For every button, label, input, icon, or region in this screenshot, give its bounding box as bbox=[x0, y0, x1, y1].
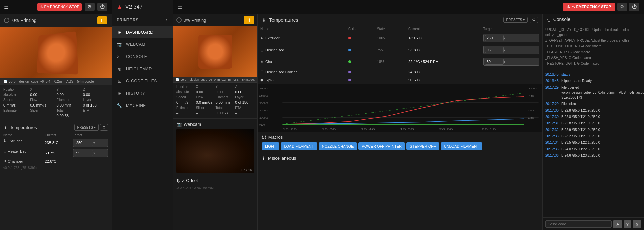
nav-item-gcodefiles[interactable]: ⊡G-CODE FILES bbox=[112, 75, 173, 87]
ps-slicer-val: – bbox=[196, 111, 215, 115]
temp-title-text-left: Temperatures bbox=[10, 125, 37, 130]
temp-target-main-2[interactable]: ▾ bbox=[481, 56, 542, 68]
total-label: Total bbox=[57, 109, 82, 112]
console-text-2: File opened voron_design_cube_v6_0.4n_0.… bbox=[561, 85, 644, 100]
ps-est-values: – – 0:00:53 – bbox=[176, 111, 254, 115]
temp-current-main-2: 22.1°C / 524 RPM bbox=[406, 56, 481, 68]
nav-title: V2.347 bbox=[125, 4, 143, 10]
temp-target-main-1[interactable]: ▾ bbox=[481, 44, 542, 56]
ps-total-label: Total bbox=[216, 106, 235, 110]
nav-items-container: ⊞DASHBOARD📷WEBCAM>_CONSOLE⊕HEIGHTMAP⊡G-C… bbox=[112, 26, 173, 112]
nav-item-history[interactable]: ⊞HISTORY bbox=[112, 87, 173, 99]
pause-button[interactable]: ⏸ bbox=[97, 16, 107, 24]
console-text-11: B:24.6 /95.0 T:23.2 /250.0 bbox=[561, 153, 600, 158]
console-text-3: File selected bbox=[561, 101, 580, 107]
temp-target-input-0[interactable] bbox=[75, 140, 93, 146]
temp-main-table: Name Color State Current Target ⬇ Extrud… bbox=[258, 26, 542, 84]
left-header: ☰ ⚠ EMERGENCY STOP ⚙ ⏻ bbox=[0, 0, 112, 14]
console-timed-msg: 20:16:45Klipper state: Ready bbox=[545, 78, 641, 83]
ps-pos-values: absolute 0.00 0.00 0.00 bbox=[176, 90, 254, 94]
nav-logo: ▲ bbox=[117, 3, 123, 11]
temp-settings-button-left[interactable]: ⚙ bbox=[100, 124, 108, 131]
svg-text:100: 100 bbox=[259, 116, 268, 119]
menu-icon[interactable]: ☰ bbox=[4, 4, 9, 10]
nav-item-console[interactable]: >_CONSOLE bbox=[112, 51, 173, 63]
webcam-image bbox=[176, 129, 254, 173]
temp-target-main-0[interactable]: ▾ bbox=[481, 32, 542, 44]
nav-label-machine: MACHINE bbox=[126, 103, 146, 108]
ps-est-label: Estimate bbox=[176, 106, 195, 110]
print-status-left: 0% Printing bbox=[4, 18, 37, 23]
z-label: Z bbox=[83, 88, 108, 91]
console-text-6: B:22.8 /95.0 T:21.9 /250.0 bbox=[561, 121, 600, 126]
presets-button-left[interactable]: PRESETS ▾ bbox=[74, 124, 99, 131]
macro-button-5[interactable]: UNLOAD FILAMENT bbox=[441, 142, 482, 150]
presets-button-main[interactable]: PRESETS ▾ bbox=[503, 17, 528, 23]
main-hamburger[interactable]: ☰ bbox=[178, 4, 182, 10]
left-header-icons: ⚠ EMERGENCY STOP ⚙ ⏻ bbox=[37, 3, 107, 11]
temp-input-main-0[interactable] bbox=[485, 35, 504, 41]
printers-label: PRINTERS bbox=[117, 18, 139, 22]
console-static-msg: _RESTORE_LIGHT: G-Code macro bbox=[545, 61, 641, 66]
console-static-msg: _FLASH_YES: G-Code macro bbox=[545, 55, 641, 60]
temp-input-main-1[interactable] bbox=[485, 47, 504, 53]
temp-dot-4 bbox=[348, 79, 351, 81]
nav-printers-item[interactable]: PRINTERS › bbox=[112, 14, 173, 26]
ps-speed-labels: Speed Flow Filament Layer bbox=[176, 95, 254, 99]
console-timed-msg: 20:17:31B:22.8 /95.0 T:21.9 /250.0 bbox=[545, 121, 641, 126]
temp-row-main: ◉ Rpi3 50.5°C bbox=[258, 76, 542, 84]
ps-layer-val: 0 of 150 bbox=[235, 100, 254, 104]
power-button-left[interactable]: ⏻ bbox=[97, 3, 107, 11]
temp-settings-main[interactable]: ⚙ bbox=[530, 17, 538, 23]
nav-item-webcam[interactable]: 📷WEBCAM bbox=[112, 38, 173, 51]
temp-input-main-2[interactable] bbox=[485, 59, 504, 65]
nav-item-heightmap[interactable]: ⊕HEIGHTMAP bbox=[112, 63, 173, 75]
console-timed-msg: 20:17:35B:24.0 /95.0 T:22.6 /250.0 bbox=[545, 147, 641, 152]
nav-label-console: CONSOLE bbox=[126, 54, 147, 59]
pos-y: 0.00 bbox=[57, 93, 82, 97]
temp-target-input-1[interactable] bbox=[75, 150, 93, 156]
console-help-button[interactable]: ? bbox=[624, 220, 631, 228]
temp-main-body: ⬇ Extruder 100% 139.6°C ▾ ⊟ Heater Bed 7… bbox=[258, 32, 542, 84]
svg-text:100: 100 bbox=[528, 87, 537, 90]
ps-pause-button[interactable]: ⏸ bbox=[244, 16, 254, 24]
console-timed-msg: 20:16:45status bbox=[545, 72, 641, 77]
console-send-button[interactable]: ➤ bbox=[613, 220, 622, 228]
macros-icon: ⟨/⟩ bbox=[262, 135, 266, 140]
ps-stats: Position X Y Z absolute 0.00 0.00 0.00 S… bbox=[173, 83, 257, 119]
settings-button-left[interactable]: ⚙ bbox=[85, 3, 95, 11]
temp-chart-svg: 300 250 200 150 100 50 100 75 50 25 bbox=[258, 84, 542, 132]
position-values-row: absolute 0.00 0.00 0.00 bbox=[3, 93, 108, 97]
macro-button-0[interactable]: LIGHT bbox=[262, 142, 279, 150]
console-filter-button[interactable]: ⧖ bbox=[633, 220, 641, 228]
macro-button-4[interactable]: STEPPER OFF bbox=[406, 142, 439, 150]
temp-row-left: ❄ Chamber 22.8°C bbox=[0, 158, 112, 165]
temp-target-left-0[interactable]: ▾ bbox=[69, 138, 112, 148]
power-button-top[interactable]: ⏻ bbox=[629, 3, 639, 11]
macro-button-3[interactable]: POWER OFF PRINTER bbox=[358, 142, 405, 150]
ps-x-val: 0.00 bbox=[196, 90, 215, 94]
ps-eta-val: – bbox=[235, 111, 254, 115]
th-state-main: State bbox=[374, 26, 406, 32]
temp-title-left: 🌡 Temperatures bbox=[3, 125, 37, 130]
emergency-stop-button-left[interactable]: ⚠ EMERGENCY STOP bbox=[37, 3, 82, 11]
console-text-9: B:23.5 /95.0 T:22.1 /250.0 bbox=[561, 140, 600, 145]
ps-y-val: 0.00 bbox=[216, 90, 235, 94]
nav-item-machine[interactable]: 🔧MACHINE bbox=[112, 99, 173, 112]
macro-button-2[interactable]: NOZZLE CHANGE bbox=[319, 142, 357, 150]
console-timed-msg: 20:17:30B:22.8 /95.0 T:21.9 /250.0 bbox=[545, 108, 641, 113]
main-top-bar: ☰ ⚠ ⚠ EMERGENCY STOP ⚙ ⏻ bbox=[173, 0, 644, 14]
temp-target-left-1[interactable]: ▾ bbox=[69, 148, 112, 158]
ps-pos-label: Position bbox=[176, 85, 195, 89]
settings-button-top[interactable]: ⚙ bbox=[617, 3, 627, 11]
temp-row-main: ⊟ Heater Bed Corner 24.8°C bbox=[258, 68, 542, 76]
console-timed-msg: 20:17:33B:23.2 /95.0 T:21.9 /250.0 bbox=[545, 134, 641, 139]
temp-state-main-1: 75% bbox=[374, 44, 406, 56]
misc-section: 🌡 Miscellaneous bbox=[258, 153, 542, 166]
ps-preview-cube bbox=[198, 35, 232, 69]
nav-item-dashboard[interactable]: ⊞DASHBOARD bbox=[112, 26, 173, 38]
console-input-field[interactable] bbox=[545, 220, 612, 228]
emergency-stop-button-top[interactable]: ⚠ ⚠ EMERGENCY STOP bbox=[563, 3, 615, 11]
temp-color-main-0 bbox=[346, 32, 374, 44]
macro-button-1[interactable]: LOAD FILAMENT bbox=[281, 142, 317, 150]
